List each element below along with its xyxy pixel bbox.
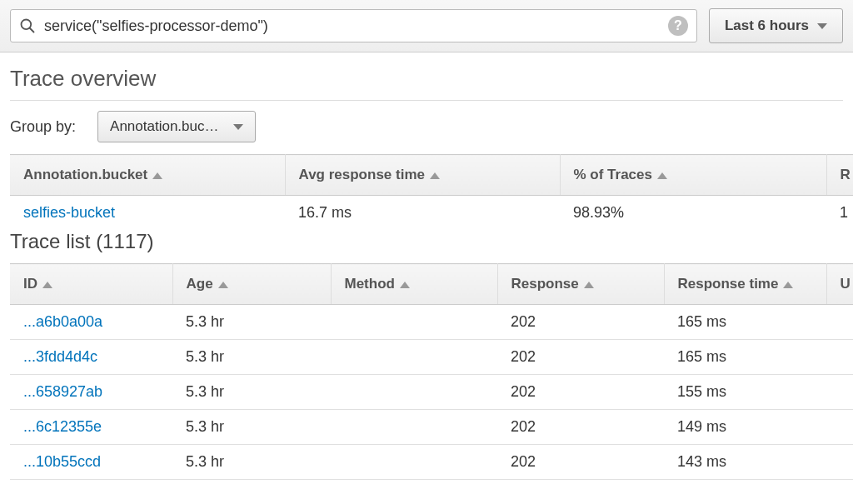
age-cell: 5.3 hr: [172, 375, 331, 410]
age-cell: 5.3 hr: [172, 305, 331, 340]
sort-asc-icon: [400, 282, 410, 288]
trailing-cell: [826, 340, 853, 375]
method-cell: [331, 375, 497, 410]
bucket-link[interactable]: selfies-bucket: [23, 204, 115, 221]
col-avg-response[interactable]: Avg response time: [285, 155, 560, 196]
response-cell: 202: [497, 445, 664, 480]
trace-id-link[interactable]: ...10b55ccd: [23, 453, 101, 470]
table-row: ...658927ab5.3 hr202155 ms: [10, 375, 853, 410]
time-range-button[interactable]: Last 6 hours: [709, 8, 843, 43]
overview-table: Annotation.bucket Avg response time % of…: [10, 154, 853, 230]
trace-id-link[interactable]: ...658927ab: [23, 383, 102, 400]
col-trailing[interactable]: U: [826, 264, 853, 305]
table-row: ...10b55ccd5.3 hr202143 ms: [10, 445, 853, 480]
list-header-row: ID Age Method Response Response time U: [10, 264, 853, 305]
group-by-label: Group by:: [10, 118, 76, 136]
sort-asc-icon: [430, 172, 440, 179]
col-id[interactable]: ID: [10, 264, 172, 305]
sort-asc-icon: [584, 282, 594, 288]
overview-row: selfies-bucket 16.7 ms 98.93% 1: [10, 196, 853, 231]
age-cell: 5.3 hr: [172, 340, 331, 375]
sort-asc-icon: [783, 282, 793, 288]
method-cell: [331, 445, 497, 480]
chevron-down-icon: [233, 124, 243, 130]
table-row: ...6c12355e5.3 hr202149 ms: [10, 410, 853, 445]
trace-id-link[interactable]: ...6c12355e: [23, 418, 102, 435]
response-time-cell: 155 ms: [664, 375, 826, 410]
col-method[interactable]: Method: [331, 264, 497, 305]
trace-id-link[interactable]: ...3fdd4d4c: [23, 348, 97, 365]
trace-list-table: ID Age Method Response Response time U .…: [10, 263, 853, 480]
sort-asc-icon: [42, 282, 52, 288]
top-bar: ? Last 6 hours: [0, 0, 853, 52]
pct-traces-cell: 98.93%: [560, 196, 826, 231]
col-age[interactable]: Age: [172, 264, 331, 305]
search-icon: [19, 17, 36, 34]
svg-line-1: [30, 28, 34, 32]
col-trailing[interactable]: R: [826, 155, 853, 196]
response-time-cell: 165 ms: [664, 340, 826, 375]
age-cell: 5.3 hr: [172, 445, 331, 480]
trailing-cell: 1: [826, 196, 853, 231]
search-field-wrapper[interactable]: ?: [10, 9, 697, 42]
method-cell: [331, 410, 497, 445]
overview-title: Trace overview: [0, 52, 853, 100]
method-cell: [331, 340, 497, 375]
avg-response-cell: 16.7 ms: [285, 196, 560, 231]
group-by-row: Group by: Annotation.buc…: [0, 111, 853, 154]
response-time-cell: 149 ms: [664, 410, 826, 445]
trailing-cell: [826, 375, 853, 410]
method-cell: [331, 305, 497, 340]
trailing-cell: [826, 410, 853, 445]
chevron-down-icon: [817, 23, 827, 29]
trailing-cell: [826, 445, 853, 480]
col-annotation-bucket[interactable]: Annotation.bucket: [10, 155, 285, 196]
overview-header-row: Annotation.bucket Avg response time % of…: [10, 155, 853, 196]
col-response-time[interactable]: Response time: [664, 264, 826, 305]
search-input[interactable]: [36, 17, 668, 35]
response-time-cell: 143 ms: [664, 445, 826, 480]
response-cell: 202: [497, 340, 664, 375]
divider: [10, 100, 843, 101]
response-cell: 202: [497, 410, 664, 445]
col-response[interactable]: Response: [497, 264, 664, 305]
group-by-select[interactable]: Annotation.buc…: [97, 111, 256, 142]
time-range-label: Last 6 hours: [725, 17, 809, 34]
age-cell: 5.3 hr: [172, 410, 331, 445]
response-cell: 202: [497, 305, 664, 340]
table-row: ...3fdd4d4c5.3 hr202165 ms: [10, 340, 853, 375]
sort-asc-icon: [218, 282, 228, 288]
response-time-cell: 165 ms: [664, 305, 826, 340]
response-cell: 202: [497, 375, 664, 410]
col-pct-traces[interactable]: % of Traces: [560, 155, 826, 196]
group-by-value: Annotation.buc…: [110, 118, 218, 135]
table-row: ...a6b0a00a5.3 hr202165 ms: [10, 305, 853, 340]
trailing-cell: [826, 305, 853, 340]
sort-asc-icon: [657, 172, 667, 179]
help-icon[interactable]: ?: [668, 16, 688, 36]
trace-id-link[interactable]: ...a6b0a00a: [23, 313, 102, 330]
trace-list-title: Trace list (1117): [0, 230, 853, 263]
sort-asc-icon: [152, 172, 162, 179]
